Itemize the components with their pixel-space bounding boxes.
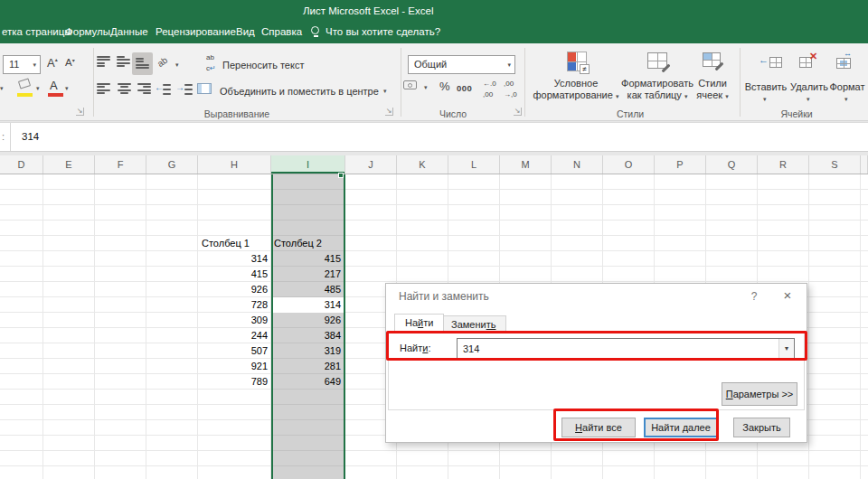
increase-decimal-button[interactable]: ←.0 ,00 xyxy=(483,80,496,99)
column-header-Q[interactable]: Q xyxy=(706,155,758,174)
cell-col1-value[interactable]: 244 xyxy=(198,328,268,343)
grow-font-button[interactable]: A▴ xyxy=(47,56,58,70)
column-header-partial[interactable] xyxy=(861,155,868,174)
ribbon-tab-2[interactable]: Формулы xyxy=(65,20,110,43)
close-icon[interactable]: × xyxy=(780,287,795,303)
options-button[interactable]: Параметры >> xyxy=(722,382,797,406)
accounting-format-icon[interactable] xyxy=(403,80,417,89)
merge-center-dropdown[interactable]: ▾ xyxy=(383,88,387,95)
orientation-dropdown[interactable]: ▾ xyxy=(175,61,179,69)
cell-col2-value[interactable]: 319 xyxy=(273,343,341,359)
column-header-R[interactable]: R xyxy=(758,155,809,174)
comma-style-button[interactable]: 000 xyxy=(457,83,472,93)
ribbon-tab-4[interactable]: Рецензирование xyxy=(156,20,236,43)
wrap-text-button[interactable]: Переносить текст xyxy=(222,60,304,70)
cell-col2-value[interactable]: 384 xyxy=(273,328,341,343)
shrink-font-button[interactable]: A▾ xyxy=(65,57,75,68)
column-header-O[interactable]: O xyxy=(603,155,655,174)
align-middle-button[interactable] xyxy=(117,56,131,67)
decrease-decimal-button[interactable]: ,00 →,0 xyxy=(504,80,517,99)
cell-col1-value[interactable]: 507 xyxy=(198,343,268,359)
column-header-H[interactable]: H xyxy=(198,155,271,174)
cell-col2-value[interactable]: 649 xyxy=(273,374,341,390)
column-header-J[interactable]: J xyxy=(345,155,397,174)
ribbon-tab-3[interactable]: Данные xyxy=(110,20,148,43)
fill-color-icon[interactable] xyxy=(18,78,31,89)
column-header-N[interactable]: N xyxy=(552,155,603,174)
number-dialog-launcher[interactable]: ↘ xyxy=(514,108,522,116)
font-dialog-launcher[interactable]: ↘ xyxy=(76,108,84,116)
conditional-formatting-button[interactable]: Условное форматирование ▾ xyxy=(533,78,619,102)
column-header-I[interactable]: I xyxy=(271,155,345,174)
column-header-F[interactable]: F xyxy=(95,155,146,174)
align-center-button[interactable] xyxy=(117,83,131,94)
align-top-button[interactable] xyxy=(97,56,111,67)
fill-color-dropdown[interactable]: ▾ xyxy=(36,85,40,92)
column-header-M[interactable]: M xyxy=(500,155,552,174)
cell-col2-value[interactable]: 314 xyxy=(273,297,341,313)
cell-col1-value[interactable]: 789 xyxy=(198,374,268,390)
cell-col2-value[interactable]: 415 xyxy=(273,251,341,267)
insert-dropdown[interactable]: ▾ xyxy=(763,96,767,103)
column-header-D[interactable]: D xyxy=(0,155,43,174)
orientation-button[interactable]: ab xyxy=(156,55,169,69)
ribbon-tab-1[interactable]: етка страницы xyxy=(2,20,72,43)
selection-handle[interactable] xyxy=(338,173,344,178)
help-icon[interactable]: ? xyxy=(748,290,760,303)
delete-button[interactable]: Удалить xyxy=(790,81,828,93)
delete-dropdown[interactable]: ▾ xyxy=(807,96,810,103)
font-size-combobox[interactable]: 11 ▾ xyxy=(3,55,41,74)
find-what-combobox[interactable]: 314 ▾ xyxy=(457,338,795,360)
format-dropdown[interactable]: ▾ xyxy=(844,96,848,103)
font-color-icon[interactable]: A xyxy=(50,79,58,92)
find-replace-dialog: Найти и заменить ? × Найти Заменить Найт… xyxy=(385,283,807,443)
cell-styles-button[interactable]: Стили ячеек ▾ xyxy=(696,78,728,102)
tab-replace[interactable]: Заменить xyxy=(440,315,506,333)
alignment-dialog-launcher[interactable]: ↘ xyxy=(385,108,393,116)
number-format-combobox[interactable]: Общий ▾ xyxy=(408,55,515,74)
fill-color-swatch[interactable] xyxy=(17,93,33,97)
format-button[interactable]: Формат xyxy=(829,81,864,93)
cell-col2-value[interactable]: 281 xyxy=(273,359,341,374)
cell-col1-value[interactable]: 926 xyxy=(198,282,268,297)
formula-bar-divider xyxy=(10,123,11,151)
font-color-swatch[interactable] xyxy=(48,93,63,97)
align-right-button[interactable] xyxy=(137,83,151,94)
format-as-table-button[interactable]: Форматировать как таблицу ▾ xyxy=(621,78,693,102)
find-all-button[interactable]: Найти все xyxy=(561,418,636,437)
ribbon-tab-5[interactable]: Вид xyxy=(236,20,255,43)
cell-col2-header[interactable]: Столбец 2 xyxy=(274,236,341,251)
cell-col2-value[interactable]: 485 xyxy=(273,282,341,297)
cell-col1-value[interactable]: 921 xyxy=(198,359,268,374)
combobox-dropdown-button[interactable]: ▾ xyxy=(778,339,794,359)
cell-col1-value[interactable]: 309 xyxy=(198,313,268,328)
tab-find[interactable]: Найти xyxy=(394,314,444,333)
accounting-format-dropdown[interactable]: ▾ xyxy=(424,84,428,91)
font-color-dropdown[interactable]: ▾ xyxy=(65,85,69,92)
ribbon-tab-6[interactable]: Справка xyxy=(261,20,302,43)
insert-cells-icon xyxy=(769,57,782,68)
formula-bar-value[interactable]: 314 xyxy=(22,123,39,151)
tell-me-box[interactable]: Что вы хотите сделать? xyxy=(326,20,440,43)
column-header-G[interactable]: G xyxy=(146,155,198,174)
merge-center-button[interactable]: Объединить и поместить в центре xyxy=(220,86,379,97)
cell-col1-value[interactable]: 728 xyxy=(198,297,268,313)
caret-down-icon: ▾ xyxy=(72,58,75,63)
insert-button[interactable]: Вставить xyxy=(745,81,788,93)
column-header-E[interactable]: E xyxy=(43,155,95,174)
column-header-S[interactable]: S xyxy=(809,155,861,174)
cell-col1-value[interactable]: 314 xyxy=(198,251,268,267)
close-button[interactable]: Закрыть xyxy=(733,418,790,437)
column-header-L[interactable]: L xyxy=(448,155,500,174)
cell-col2-value[interactable]: 217 xyxy=(273,267,341,282)
cell-col2-value[interactable]: 926 xyxy=(273,313,341,328)
align-left-button[interactable] xyxy=(97,83,111,94)
cell-col1-header[interactable]: Столбец 1 xyxy=(202,236,269,251)
column-header-K[interactable]: K xyxy=(397,155,448,174)
column-header-P[interactable]: P xyxy=(655,155,706,174)
percent-style-button[interactable]: % xyxy=(439,80,450,93)
increase-indent-button[interactable]: → xyxy=(175,81,184,92)
cell-col1-value[interactable]: 415 xyxy=(198,267,268,282)
align-bottom-button[interactable] xyxy=(136,58,150,69)
find-next-button[interactable]: Найти далее xyxy=(644,418,718,437)
